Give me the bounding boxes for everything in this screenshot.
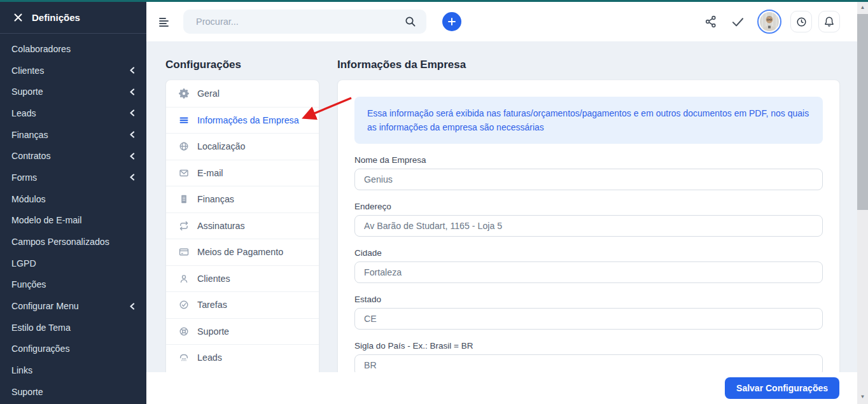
sidebar-item-configuracoes[interactable]: Configurações [0, 338, 146, 360]
sidebar-item-suporte[interactable]: Suporte [0, 81, 146, 102]
settings-sidebar: Definições Colaboradores Clientes Suport… [0, 0, 146, 404]
sidebar-item-leads[interactable]: Leads [0, 102, 146, 124]
share-icon[interactable] [704, 15, 717, 28]
credit-card-icon [179, 247, 189, 257]
sidebar-item-clientes[interactable]: Clientes [0, 60, 146, 81]
close-icon[interactable] [14, 13, 22, 22]
main-content: Configurações Geral Informações da Empre… [146, 41, 857, 372]
page-title: Informações da Empresa [337, 57, 840, 73]
sidebar-title: Definições [32, 12, 80, 23]
sidebar-toggle-icon[interactable] [158, 16, 170, 31]
check-icon[interactable] [731, 15, 745, 29]
list-bars-icon [179, 115, 189, 125]
company-info-panel: Informações da Empresa Essa informação s… [337, 57, 840, 372]
add-new-button[interactable] [442, 12, 461, 31]
settings-nav-item-financas[interactable]: Finanças [166, 186, 319, 212]
info-alert: Essa informação será exibida nas faturas… [354, 97, 823, 144]
settings-nav-item-tarefas[interactable]: Tarefas [166, 291, 319, 318]
field-cidade: Cidade [354, 248, 823, 283]
country-code-input[interactable] [354, 354, 823, 372]
page-scrollbar[interactable]: ▲ ▼ [857, 0, 868, 404]
settings-nav-item-localizacao[interactable]: Localização [166, 133, 319, 160]
field-label: Nome da Empresa [354, 155, 823, 165]
settings-nav-item-email[interactable]: E-mail [166, 160, 319, 186]
sidebar-item-colaboradores[interactable]: Colaboradores [0, 38, 146, 60]
topbar [146, 2, 857, 41]
field-estado: Estado [354, 295, 823, 330]
scroll-down-arrow[interactable]: ▼ [857, 392, 868, 402]
sidebar-item-modelo-de-email[interactable]: Modelo de E-mail [0, 210, 146, 232]
settings-nav-item-assinaturas[interactable]: Assinaturas [166, 212, 319, 239]
check-circle-icon [179, 300, 189, 310]
sidebar-item-suporte-2[interactable]: Suporte [0, 381, 146, 403]
chevron-left-icon [129, 131, 135, 138]
company-name-input[interactable] [354, 169, 823, 190]
user-icon [179, 274, 189, 284]
globe-icon [179, 141, 189, 151]
sidebar-item-modulos[interactable]: Módulos [0, 188, 146, 210]
scrollbar-thumb[interactable] [857, 14, 868, 210]
sidebar-item-lgpd[interactable]: LGPD [0, 253, 146, 274]
settings-nav-panel: Configurações Geral Informações da Empre… [165, 57, 319, 372]
state-input[interactable] [354, 308, 823, 330]
history-button[interactable] [790, 11, 812, 32]
field-label: Sigla do País - Ex.: Brasil = BR [354, 341, 823, 351]
search-input[interactable] [183, 10, 426, 34]
chevron-left-icon [129, 109, 135, 116]
receipt-icon [179, 194, 189, 204]
settings-nav-item-informacoes-da-empresa[interactable]: Informações da Empresa [166, 107, 319, 134]
settings-nav-item-clientes[interactable]: Clientes [166, 265, 319, 292]
gear-icon [179, 88, 189, 99]
scroll-up-arrow[interactable]: ▲ [857, 3, 868, 13]
chevron-left-icon [129, 153, 135, 160]
sidebar-item-contratos[interactable]: Contratos [0, 145, 146, 167]
address-input[interactable] [354, 215, 823, 237]
topbar-actions [704, 2, 840, 41]
sidebar-item-links[interactable]: Links [0, 359, 146, 381]
settings-nav-heading: Configurações [165, 57, 319, 73]
sidebar-item-financas[interactable]: Finanças [0, 124, 146, 146]
sidebar-item-estilo-de-tema[interactable]: Estilo de Tema [0, 317, 146, 338]
company-info-card: Essa informação será exibida nas faturas… [337, 80, 840, 372]
plus-icon [447, 17, 456, 26]
sidebar-item-forms[interactable]: Forms [0, 167, 146, 188]
top-accent-strip [0, 0, 868, 2]
settings-nav-card: Geral Informações da Empresa Localização… [165, 80, 319, 372]
search-bar [183, 10, 426, 34]
city-input[interactable] [354, 261, 823, 283]
field-sigla-do-pais: Sigla do País - Ex.: Brasil = BR [354, 341, 823, 372]
search-icon[interactable] [405, 16, 416, 30]
sidebar-item-configurar-menu[interactable]: Configurar Menu [0, 295, 146, 317]
sidebar-item-funcoes[interactable]: Funções [0, 274, 146, 296]
bell-icon [823, 16, 835, 27]
clock-icon [796, 17, 807, 27]
field-label: Estado [354, 295, 823, 304]
settings-nav-item-geral[interactable]: Geral [166, 80, 319, 107]
settings-nav-item-suporte[interactable]: Suporte [166, 318, 319, 345]
repeat-icon [179, 221, 189, 231]
settings-nav-item-leads[interactable]: Leads [166, 344, 319, 371]
field-nome-da-empresa: Nome da Empresa [354, 155, 823, 190]
settings-nav-item-meios-de-pagamento[interactable]: Meios de Pagamento [166, 239, 319, 265]
field-endereco: Endereço [354, 202, 823, 237]
chevron-left-icon [129, 67, 135, 74]
sidebar-item-campos-personalizados[interactable]: Campos Personalizados [0, 231, 146, 253]
chevron-left-icon [129, 174, 135, 181]
phone-icon [179, 352, 189, 363]
chevron-left-icon [129, 88, 135, 95]
life-buoy-icon [179, 326, 189, 337]
sidebar-header: Definições [0, 2, 146, 33]
field-label: Cidade [354, 248, 823, 258]
chevron-left-icon [129, 303, 135, 310]
save-bar: Salvar Configurações [146, 372, 857, 404]
avatar[interactable] [757, 10, 781, 34]
envelope-icon [179, 168, 189, 178]
field-label: Endereço [354, 202, 823, 211]
save-settings-button[interactable]: Salvar Configurações [725, 377, 839, 399]
notifications-button[interactable] [818, 11, 840, 32]
sidebar-menu: Colaboradores Clientes Suporte Leads Fin… [0, 34, 146, 403]
